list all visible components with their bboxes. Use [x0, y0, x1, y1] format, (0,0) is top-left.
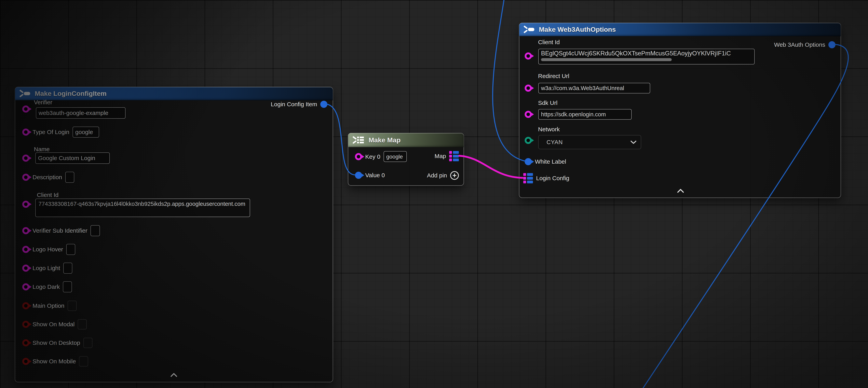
pin-label-network: Network: [538, 126, 560, 133]
pin-key-0-string[interactable]: [355, 153, 362, 160]
pin-network-enum[interactable]: [525, 137, 532, 144]
pin-label-show-on-mobile: Show On Mobile: [33, 358, 76, 365]
network-dropdown[interactable]: CYAN: [538, 135, 641, 149]
horizontal-scrollbar[interactable]: [541, 58, 672, 61]
pin-label-description: Description: [33, 174, 62, 181]
verifier-input[interactable]: web3auth-google-example: [36, 107, 126, 119]
pin-value-0-struct[interactable]: [355, 172, 362, 179]
pin-show-on-modal-bool[interactable]: [22, 321, 29, 328]
pin-sdk-url-string[interactable]: [525, 111, 532, 118]
pin-label-value-0: Value 0: [365, 172, 385, 179]
row-show-on-modal: Show On Modal: [22, 319, 87, 329]
pin-client-id-string[interactable]: [22, 201, 29, 208]
node-header[interactable]: Make Web3AuthOptions: [519, 23, 841, 36]
node-title: Make LoginConfigItem: [35, 90, 106, 97]
description-input[interactable]: [65, 172, 74, 183]
pin-label-type-of-login: Type Of Login: [33, 129, 69, 136]
node-make-map[interactable]: Make Map Key 0 google Map Value 0 Add pi…: [348, 133, 464, 186]
node-header[interactable]: Make LoginConfigItem: [15, 87, 333, 100]
pin-description-string[interactable]: [22, 174, 29, 181]
show-on-mobile-checkbox[interactable]: [79, 356, 88, 366]
node-title: Make Web3AuthOptions: [539, 26, 616, 33]
pin-logo-light-string[interactable]: [22, 265, 29, 272]
row-logo-hover: Logo Hover: [22, 244, 75, 255]
row-description: Description: [22, 172, 74, 183]
client-id-input[interactable]: BEglQSgt4cUWcj6SKRdu5QkOXTsePmMcusG5EAoy…: [538, 49, 755, 64]
make-struct-icon: [524, 25, 535, 34]
row-add-pin: Add pin +: [427, 171, 459, 180]
row-main-option: Main Option: [22, 301, 77, 311]
network-selected-value: CYAN: [547, 139, 563, 146]
pin-label-logo-dark: Logo Dark: [33, 283, 60, 290]
pin-redirect-url-string[interactable]: [525, 85, 532, 92]
add-pin-plus-icon[interactable]: +: [450, 171, 459, 180]
pin-label-redirect-url: Redirect Url: [538, 73, 569, 80]
pin-web3auth-options-output[interactable]: [828, 41, 835, 48]
main-option-checkbox[interactable]: [68, 301, 77, 311]
pin-main-option-bool[interactable]: [22, 302, 29, 309]
pin-show-on-desktop-bool[interactable]: [22, 339, 29, 347]
show-on-desktop-checkbox[interactable]: [83, 338, 92, 348]
pin-label-show-on-desktop: Show On Desktop: [33, 339, 80, 346]
client-id-input[interactable]: 774338308167-q463s7kpvja16l4l0kko3nb925i…: [35, 199, 250, 217]
output-row-login-config-item: Login Config Item: [271, 101, 328, 108]
verifier-sub-identifier-input[interactable]: [90, 225, 100, 236]
logo-light-input[interactable]: [63, 263, 72, 274]
show-on-modal-checkbox[interactable]: [78, 319, 87, 329]
pin-label-key-0: Key 0: [365, 153, 380, 160]
wire-map-to-login-config[interactable]: [459, 156, 523, 178]
row-white-label: White Label: [525, 158, 566, 165]
row-logo-dark: Logo Dark: [22, 281, 72, 292]
logo-dark-input[interactable]: [63, 281, 72, 292]
pin-show-on-mobile-bool[interactable]: [22, 358, 29, 365]
pin-label-white-label: White Label: [535, 158, 566, 165]
pin-label-main-option: Main Option: [33, 302, 64, 309]
row-value-0: Value 0: [355, 172, 385, 179]
pin-verifier-string[interactable]: [22, 106, 29, 113]
logo-hover-input[interactable]: [66, 244, 75, 255]
pin-label-client-id: Client Id: [538, 39, 560, 46]
pin-label-web3auth-options: Web 3Auth Options: [774, 41, 825, 48]
pin-logo-dark-string[interactable]: [22, 283, 29, 290]
output-row-web3auth-options: Web 3Auth Options: [774, 41, 835, 48]
collapse-node-chevron-up-icon[interactable]: [170, 373, 177, 378]
node-make-web3auth-options[interactable]: Make Web3AuthOptions Client Id BEglQSgt4…: [519, 23, 841, 198]
type-of-login-input[interactable]: google: [72, 126, 99, 138]
pin-name-string[interactable]: [22, 155, 29, 162]
redirect-url-input[interactable]: w3a://com.w3a.Web3AuthUnreal: [538, 83, 650, 93]
node-header[interactable]: Make Map: [348, 133, 464, 147]
pin-verifier-sub-identifier-string[interactable]: [22, 227, 29, 234]
add-pin-label: Add pin: [427, 172, 447, 179]
output-row-map: Map: [435, 151, 459, 161]
pin-label-logo-hover: Logo Hover: [33, 246, 63, 253]
pin-label-name: Name: [34, 146, 50, 153]
pin-label-sdk-url: Sdk Url: [538, 99, 557, 106]
node-make-login-config-item[interactable]: Make LoginConfigItem Verifier web3auth-g…: [15, 87, 333, 382]
pin-label-verifier-sub-identifier: Verifier Sub Identifier: [33, 227, 87, 234]
pin-white-label-struct[interactable]: [525, 158, 532, 165]
pin-label-client-id: Client Id: [37, 191, 59, 198]
name-input[interactable]: Google Custom Login: [35, 152, 110, 164]
pin-login-config-map-icon[interactable]: [523, 173, 533, 183]
client-id-value: BEglQSgt4cUWcj6SKRdu5QkOXTsePmMcusG5EAoy…: [541, 50, 731, 57]
pin-login-config-item-output[interactable]: [320, 101, 328, 108]
pin-label-login-config: Login Config: [536, 175, 569, 182]
key-0-input[interactable]: google: [383, 151, 407, 162]
row-key-0: Key 0 google: [355, 151, 407, 162]
row-show-on-mobile: Show On Mobile: [22, 356, 88, 366]
pin-label-map: Map: [435, 153, 446, 159]
pin-type-of-login-string[interactable]: [22, 128, 29, 136]
row-verifier-sub-identifier: Verifier Sub Identifier: [22, 225, 100, 236]
collapse-node-chevron-up-icon[interactable]: [677, 189, 684, 194]
pin-label-login-config-item: Login Config Item: [271, 101, 317, 108]
row-logo-light: Logo Light: [22, 263, 72, 274]
make-struct-icon: [19, 89, 31, 98]
row-login-config: Login Config: [523, 173, 569, 183]
pin-map-output-icon[interactable]: [449, 151, 459, 161]
sdk-url-input[interactable]: https://sdk.openlogin.com: [538, 109, 632, 120]
pin-client-id-string[interactable]: [525, 53, 532, 60]
make-map-icon: [352, 136, 365, 144]
blueprint-graph-canvas[interactable]: { "colors": { "wire_struct_blue": "#2066…: [0, 0, 868, 388]
pin-logo-hover-string[interactable]: [22, 246, 29, 253]
chevron-down-icon: [630, 140, 637, 144]
